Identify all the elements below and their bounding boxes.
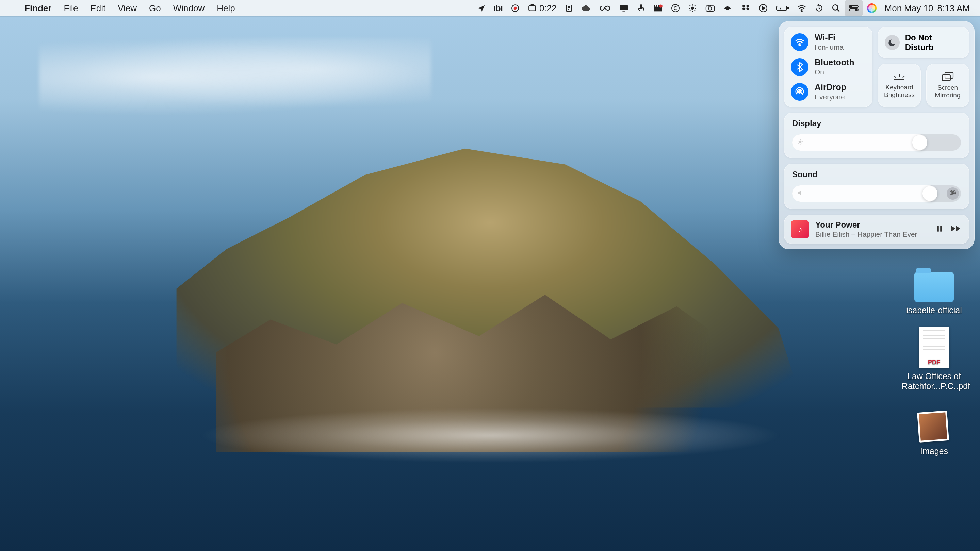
menu-bar: Finder File Edit View Go Window Help ıbı… <box>0 0 980 16</box>
menu-help[interactable]: Help <box>211 0 241 16</box>
screen-mirroring-label: Screen Mirroring <box>929 84 966 99</box>
svg-rect-4 <box>620 5 628 10</box>
svg-rect-2 <box>529 5 536 11</box>
display-tile: Display <box>784 113 969 158</box>
image-stack-icon <box>916 407 952 443</box>
menu-right: ıbı 0:22 Mon May 10 8:13 AM <box>474 0 974 16</box>
menulet-play-icon[interactable] <box>755 0 772 16</box>
images-label: Images <box>902 446 966 456</box>
airplay-audio-icon[interactable] <box>947 187 959 200</box>
menu-go[interactable]: Go <box>143 0 167 16</box>
now-playing-tile[interactable]: ♪ Your Power Billie Eilish – Happier Tha… <box>784 214 969 244</box>
svg-rect-28 <box>937 225 939 231</box>
pause-button[interactable] <box>935 224 944 234</box>
pdf-label: Law Offices of Ratchfor...P.C..pdf <box>902 372 966 391</box>
folder-label: isabelle-official <box>902 305 966 315</box>
folder-icon <box>914 272 954 302</box>
menubar-time[interactable]: 8:13 AM <box>937 0 974 16</box>
sound-slider[interactable] <box>792 185 961 202</box>
keyboard-brightness-icon <box>893 72 906 81</box>
wifi-toggle[interactable]: Wi-Filion-luma <box>791 33 865 51</box>
svg-rect-14 <box>776 6 787 10</box>
menulet-ibi[interactable]: ıbı <box>489 0 507 16</box>
wifi-icon <box>791 33 808 51</box>
bluetooth-icon <box>791 58 808 76</box>
moon-icon <box>885 35 900 50</box>
connectivity-tile: Wi-Filion-luma BluetoothOn AirDropEveryo… <box>784 27 872 107</box>
sun-small-icon <box>797 138 804 147</box>
bluetooth-sub: On <box>815 68 854 76</box>
menu-view[interactable]: View <box>111 0 143 16</box>
svg-rect-29 <box>940 225 942 231</box>
keyboard-brightness-button[interactable]: Keyboard Brightness <box>878 64 921 107</box>
menulet-cloud-icon[interactable] <box>577 0 595 16</box>
svg-point-16 <box>801 11 802 12</box>
wifi-sub: lion-luma <box>815 43 843 51</box>
airdrop-toggle[interactable]: AirDropEveryone <box>791 82 865 101</box>
menulet-dropbox-icon[interactable] <box>738 0 755 16</box>
wallpaper-foam <box>196 408 784 463</box>
svg-rect-15 <box>788 8 788 9</box>
menulet-clapper-icon[interactable] <box>649 0 667 16</box>
svg-point-7 <box>659 5 662 8</box>
menubar-date[interactable]: Mon May 10 <box>881 0 937 16</box>
svg-point-8 <box>672 5 679 12</box>
control-center: Wi-Filion-luma BluetoothOn AirDropEveryo… <box>778 21 975 249</box>
sound-title: Sound <box>792 170 961 179</box>
menulet-record-icon[interactable] <box>507 0 524 16</box>
menulet-timemachine-icon[interactable] <box>811 0 827 16</box>
display-slider[interactable] <box>792 134 961 151</box>
menulet-timer[interactable]: 0:22 <box>524 0 561 16</box>
svg-point-11 <box>708 7 711 10</box>
desktop-images[interactable]: Images <box>902 407 966 456</box>
menulet-spotlight-icon[interactable] <box>827 0 845 16</box>
dnd-toggle[interactable]: Do Not Disturb <box>878 27 969 58</box>
bluetooth-toggle[interactable]: BluetoothOn <box>791 57 865 76</box>
svg-point-9 <box>691 7 694 10</box>
desktop-folder-isabelle[interactable]: isabelle-official <box>902 272 966 315</box>
menu-edit[interactable]: Edit <box>84 0 111 16</box>
svg-point-1 <box>514 7 517 10</box>
svg-point-27 <box>952 192 954 194</box>
display-title: Display <box>792 119 961 128</box>
bluetooth-title: Bluetooth <box>815 57 854 67</box>
menulet-brightness-icon[interactable] <box>684 0 701 16</box>
app-menu[interactable]: Finder <box>18 0 57 16</box>
screen-mirroring-button[interactable]: Screen Mirroring <box>926 64 969 107</box>
menulet-siri-icon[interactable] <box>863 0 881 16</box>
menulet-layers-icon[interactable] <box>719 0 738 16</box>
menulet-control-center-icon[interactable] <box>845 0 863 16</box>
album-art-icon: ♪ <box>791 220 809 238</box>
airdrop-icon <box>791 83 808 101</box>
menulet-touch-icon[interactable] <box>633 0 649 16</box>
next-button[interactable] <box>951 224 962 234</box>
menulet-display-icon[interactable] <box>614 0 633 16</box>
svg-point-23 <box>798 91 801 93</box>
track-sub: Billie Eilish – Happier Than Ever <box>815 230 929 238</box>
display-slider-knob[interactable] <box>912 135 927 150</box>
menu-window[interactable]: Window <box>167 0 211 16</box>
wallpaper-cloud <box>39 38 431 116</box>
airdrop-sub: Everyone <box>815 93 846 101</box>
svg-point-26 <box>799 141 802 143</box>
pdf-icon: PDF <box>919 327 950 368</box>
svg-rect-25 <box>942 75 950 81</box>
menulet-camera-icon[interactable] <box>701 0 719 16</box>
dnd-title: Do Not Disturb <box>905 33 962 52</box>
sound-slider-knob[interactable] <box>923 186 937 201</box>
menulet-infinity-icon[interactable] <box>595 0 614 16</box>
menulet-reader-icon[interactable] <box>561 0 577 16</box>
menu-file[interactable]: File <box>57 0 84 16</box>
track-title: Your Power <box>815 220 929 230</box>
desktop-pdf-law[interactable]: PDF Law Offices of Ratchfor...P.C..pdf <box>902 327 966 391</box>
menulet-copyright-icon[interactable] <box>667 0 684 16</box>
timer-value: 0:22 <box>539 3 557 14</box>
keyboard-brightness-label: Keyboard Brightness <box>881 84 918 98</box>
screen-mirroring-icon <box>942 72 954 81</box>
airdrop-title: AirDrop <box>815 82 846 92</box>
menulet-location-icon[interactable] <box>474 0 489 16</box>
menulet-wifi-icon[interactable] <box>793 0 811 16</box>
menulet-battery-icon[interactable] <box>772 0 793 16</box>
wifi-title: Wi-Fi <box>815 33 843 43</box>
speaker-small-icon <box>797 189 804 198</box>
